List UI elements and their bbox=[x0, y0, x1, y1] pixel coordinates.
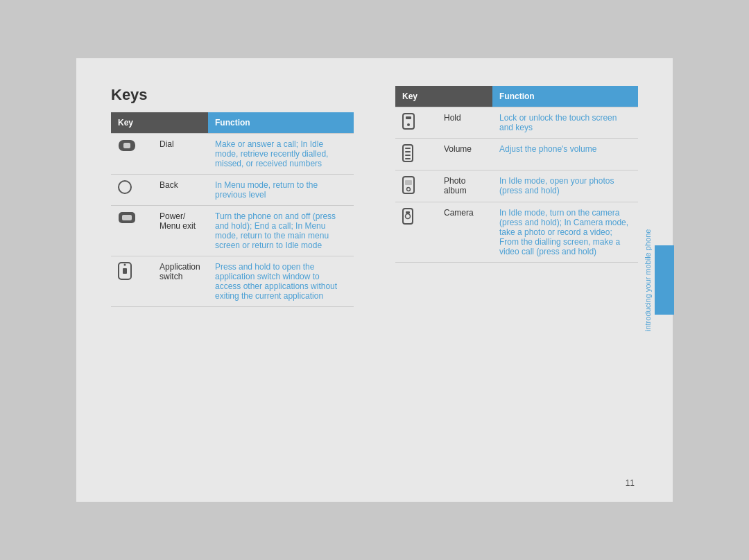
power-icon bbox=[118, 211, 136, 224]
svg-point-18 bbox=[407, 188, 411, 191]
right-key-header: Key bbox=[395, 86, 492, 107]
svg-rect-19 bbox=[403, 209, 413, 224]
left-table: Key Function Dial Make or answer a call;… bbox=[111, 112, 354, 307]
left-function-header: Function bbox=[208, 112, 354, 134]
table-row: Back In Menu mode, return to the previou… bbox=[111, 175, 354, 206]
volume-key-name: Volume bbox=[437, 139, 492, 170]
svg-rect-21 bbox=[406, 211, 410, 213]
table-row: Application switch Press and hold to ope… bbox=[111, 256, 354, 307]
dial-function: Make or answer a call; In Idle mode, ret… bbox=[208, 134, 354, 175]
icon-cell bbox=[111, 256, 153, 307]
app-switch-function: Press and hold to open the application s… bbox=[208, 256, 354, 307]
camera-key-name: Camera bbox=[437, 202, 492, 263]
table-row: Photo album In Idle mode, open your phot… bbox=[395, 170, 638, 202]
svg-point-2 bbox=[119, 181, 131, 193]
icon-cell bbox=[395, 139, 437, 170]
table-row: Hold Lock or unlock the touch screen and… bbox=[395, 107, 638, 139]
table-row: Volume Adjust the phone's volume bbox=[395, 139, 638, 170]
svg-point-10 bbox=[407, 123, 410, 126]
right-section: Key Function Hold Lock or unlock the bbox=[388, 86, 638, 474]
back-key-name: Back bbox=[153, 175, 208, 206]
icon-cell bbox=[111, 175, 153, 206]
svg-rect-13 bbox=[405, 151, 411, 152]
table-row: Camera In Idle mode, turn on the camera … bbox=[395, 202, 638, 263]
svg-rect-6 bbox=[123, 268, 127, 274]
camera-function: In Idle mode, turn on the camera (press … bbox=[492, 202, 638, 263]
icon-cell bbox=[111, 206, 153, 256]
left-key-header: Key bbox=[111, 112, 208, 134]
svg-rect-12 bbox=[405, 148, 411, 149]
svg-point-7 bbox=[124, 264, 126, 266]
svg-rect-1 bbox=[123, 143, 130, 148]
hold-function: Lock or unlock the touch screen and keys bbox=[492, 107, 638, 139]
back-icon bbox=[118, 180, 132, 194]
svg-rect-15 bbox=[405, 158, 411, 159]
volume-function: Adjust the phone's volume bbox=[492, 139, 638, 170]
svg-rect-17 bbox=[405, 180, 412, 185]
right-table: Key Function Hold Lock or unlock the bbox=[395, 86, 638, 263]
page-number: 11 bbox=[626, 478, 635, 488]
dial-key-name: Dial bbox=[153, 134, 208, 175]
side-tab bbox=[655, 245, 674, 315]
icon-cell bbox=[111, 134, 153, 175]
left-section: Keys Key Function Dial bbox=[111, 86, 368, 474]
app-switch-icon bbox=[118, 262, 132, 280]
svg-rect-9 bbox=[406, 116, 411, 119]
svg-rect-4 bbox=[122, 215, 132, 220]
app-switch-key-name: Application switch bbox=[153, 256, 208, 307]
back-function: In Menu mode, return to the previous lev… bbox=[208, 175, 354, 206]
table-row: Power/ Menu exit Turn the phone on and o… bbox=[111, 206, 354, 256]
icon-cell bbox=[395, 107, 437, 139]
right-function-header: Function bbox=[492, 86, 638, 107]
photo-function: In Idle mode, open your photos (press an… bbox=[492, 170, 638, 202]
page-container: introducing your mobile phone Keys Key F… bbox=[76, 58, 673, 502]
dial-icon bbox=[118, 139, 136, 152]
hold-icon bbox=[402, 113, 415, 130]
hold-key-name: Hold bbox=[437, 107, 492, 139]
svg-rect-8 bbox=[403, 114, 414, 129]
photo-key-name: Photo album bbox=[437, 170, 492, 202]
section-title: Keys bbox=[111, 86, 354, 104]
table-row: Dial Make or answer a call; In Idle mode… bbox=[111, 134, 354, 175]
power-key-name: Power/ Menu exit bbox=[153, 206, 208, 256]
vertical-label: introducing your mobile phone bbox=[644, 58, 652, 502]
icon-cell bbox=[395, 170, 437, 202]
camera-icon bbox=[402, 208, 413, 225]
photo-icon bbox=[402, 176, 415, 194]
left-table-header: Key Function bbox=[111, 112, 354, 134]
svg-rect-14 bbox=[405, 155, 411, 156]
right-table-header: Key Function bbox=[395, 86, 638, 107]
svg-point-20 bbox=[406, 214, 411, 219]
icon-cell bbox=[395, 202, 437, 263]
power-function: Turn the phone on and off (press and hol… bbox=[208, 206, 354, 256]
volume-icon bbox=[402, 144, 413, 162]
